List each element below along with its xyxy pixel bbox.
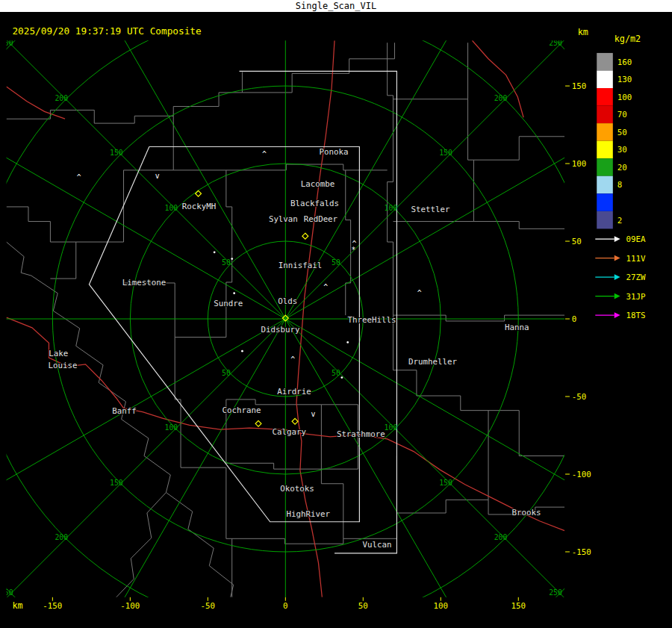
- map-point-marker: ^: [77, 173, 81, 181]
- map-point-marker: ^: [417, 289, 422, 297]
- scale-value-label: 160: [617, 57, 632, 67]
- axis-tick-label: 0: [572, 314, 577, 324]
- scale-color-box: [597, 211, 613, 229]
- map-point-marker: ^: [290, 355, 295, 364]
- axis-tick-label: -50: [572, 392, 586, 402]
- map-point-marker: ^: [323, 283, 328, 291]
- scale-color-box: [597, 123, 613, 141]
- range-label: 50: [222, 258, 231, 267]
- map-point-marker: [214, 251, 216, 253]
- city-label: Sylvan: [269, 214, 298, 224]
- city-label: Limestone: [122, 278, 166, 287]
- range-label: 200: [55, 533, 68, 541]
- range-label: 50: [222, 369, 231, 377]
- axis-tick-label: 100: [572, 159, 586, 169]
- axis-tick-label: -100: [572, 470, 591, 479]
- map-point-marker: v: [155, 172, 160, 180]
- axis-tick-label: -100: [120, 601, 140, 611]
- city-label: Cochrane: [222, 405, 261, 415]
- radar-app-window: Single_Scan_VIL 501001502002505010015020…: [0, 0, 672, 628]
- storm-track-id: 18TS: [626, 311, 645, 320]
- range-label: 50: [332, 369, 340, 377]
- storm-track-id: 31JP: [626, 292, 645, 302]
- city-label: RockyMH: [182, 202, 216, 211]
- map-point-marker: [346, 341, 349, 343]
- range-label: 100: [165, 423, 178, 432]
- scale-value-label: 100: [617, 93, 632, 102]
- city-label: Ponoka: [320, 147, 349, 157]
- radar-display-canvas[interactable]: 5010015020025050100150200250501001502002…: [0, 12, 672, 628]
- axis-tick-label: -150: [572, 547, 591, 557]
- map-point-marker: [233, 292, 235, 294]
- city-label: HighRiver: [287, 509, 331, 519]
- scale-value-label: 130: [617, 75, 632, 84]
- city-label: Okotoks: [280, 484, 314, 494]
- map-point-marker: [340, 376, 343, 379]
- scale-color-box: [597, 53, 613, 71]
- range-label: 200: [494, 533, 508, 541]
- scale-value-label: 2: [617, 216, 623, 226]
- city-label: Lacombe: [301, 179, 335, 189]
- range-label: 50: [332, 258, 340, 267]
- scale-color-box: [597, 88, 613, 106]
- range-label: 250: [0, 588, 13, 597]
- scale-color-box: [597, 141, 613, 159]
- range-label: 150: [439, 479, 452, 487]
- city-label: Banff: [112, 406, 136, 416]
- range-label: 250: [549, 588, 562, 597]
- map-point-marker: v: [311, 410, 316, 418]
- range-label: 100: [385, 423, 398, 432]
- legend-units-label: kg/m2: [615, 34, 641, 44]
- map-point-marker: ^: [262, 150, 267, 158]
- map-point-marker: [231, 258, 233, 260]
- unit-label: km: [12, 600, 22, 611]
- axis-tick-label: 50: [572, 237, 582, 246]
- unit-label: km: [578, 27, 588, 37]
- city-label: Stettler: [411, 205, 450, 214]
- range-label: 100: [165, 204, 178, 212]
- scale-color-box: [597, 70, 613, 88]
- range-label: 100: [385, 204, 398, 212]
- city-label: Brooks: [512, 508, 541, 517]
- city-label: RedDeer: [304, 214, 338, 224]
- city-label: Blackfalds: [290, 199, 339, 208]
- city-label: Drumheller: [408, 357, 457, 367]
- city-label: Vulcan: [362, 540, 391, 550]
- axis-tick-label: 150: [572, 81, 586, 91]
- scale-color-box: [597, 106, 613, 124]
- axis-tick-label: 0: [283, 601, 288, 611]
- scale-color-box: [597, 193, 613, 211]
- map-point-marker: ^: [352, 240, 357, 248]
- window-title-bar: Single_Scan_VIL: [0, 0, 672, 12]
- storm-track-id: 111V: [626, 254, 645, 264]
- city-label: Lake: [49, 349, 68, 358]
- window-title: Single_Scan_VIL: [296, 1, 376, 11]
- map-point-marker: [241, 350, 243, 352]
- city-label: Calgary: [272, 427, 306, 437]
- city-label: Strathmore: [337, 429, 385, 439]
- scale-value-label: 30: [617, 145, 627, 155]
- range-label: 150: [110, 149, 123, 157]
- city-label: ThreeHills: [348, 315, 396, 325]
- scale-value-label: 70: [617, 110, 627, 119]
- range-label: 200: [494, 94, 508, 102]
- scale-value-label: 50: [617, 128, 627, 137]
- city-label: Louise: [49, 361, 78, 370]
- range-label: 150: [439, 149, 452, 157]
- timestamp-label: 2025/09/20 19:37:19 UTC Composite: [12, 25, 201, 37]
- city-label: Innisfail: [279, 261, 322, 270]
- range-label: 150: [110, 479, 123, 487]
- city-label: Airdrie: [277, 387, 311, 397]
- scale-color-box: [597, 158, 613, 176]
- city-label: Hanna: [505, 323, 529, 332]
- scale-value-label: 8: [617, 180, 623, 190]
- city-label: Didsbury: [261, 325, 299, 335]
- axis-tick-label: 50: [358, 601, 368, 611]
- range-label: 200: [55, 94, 68, 102]
- city-label: Olds: [278, 296, 297, 306]
- app-background: [7, 12, 666, 628]
- storm-track-id: 09EA: [626, 234, 645, 244]
- axis-tick-label: -50: [201, 601, 215, 611]
- axis-tick-label: 100: [434, 601, 448, 611]
- axis-tick-label: 150: [511, 601, 526, 611]
